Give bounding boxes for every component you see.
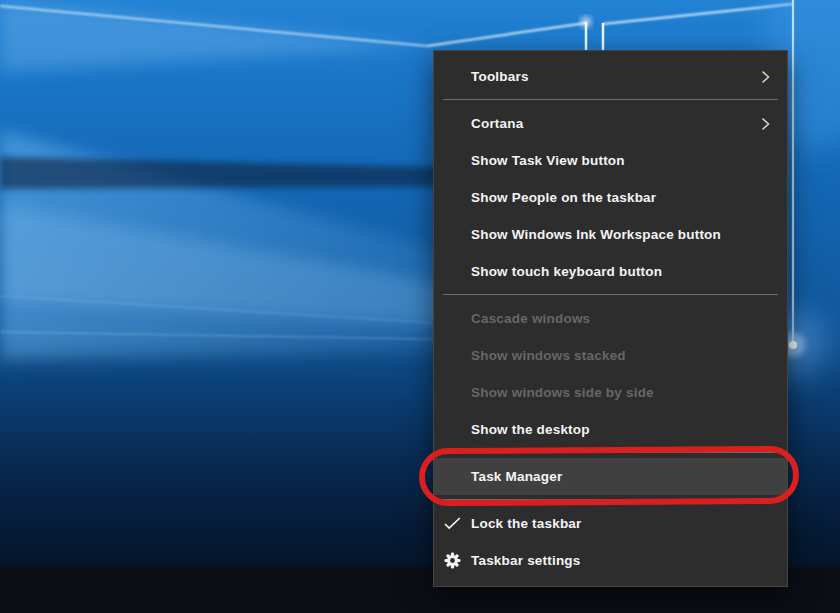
menu-item-show-people-on-the-taskbar[interactable]: Show People on the taskbar [434,179,787,216]
menu-item-show-task-view-button[interactable]: Show Task View button [434,142,787,179]
menu-item-label: Show the desktop [471,422,787,437]
menu-separator [443,499,778,500]
menu-item-lock-the-taskbar[interactable]: Lock the taskbar [434,505,787,542]
menu-item-show-windows-ink-workspace-button[interactable]: Show Windows Ink Workspace button [434,216,787,253]
submenu-chevron-icon [761,117,770,131]
menu-item-label: Show windows stacked [471,348,787,363]
menu-item-task-manager[interactable]: Task Manager [434,458,787,495]
menu-item-label: Cortana [471,116,761,131]
menu-separator [443,452,778,453]
menu-item-label: Show Task View button [471,153,787,168]
menu-item-label: Show People on the taskbar [471,190,787,205]
menu-item-label: Toolbars [471,69,761,84]
menu-item-toolbars[interactable]: Toolbars [434,58,787,95]
menu-separator [443,294,778,295]
menu-item-show-the-desktop[interactable]: Show the desktop [434,411,787,448]
menu-item-label: Taskbar settings [471,553,787,568]
menu-item-label: Show windows side by side [471,385,787,400]
menu-item-show-windows-stacked: Show windows stacked [434,337,787,374]
menu-item-cascade-windows: Cascade windows [434,300,787,337]
menu-item-label: Lock the taskbar [471,516,787,531]
menu-item-cortana[interactable]: Cortana [434,105,787,142]
menu-item-label: Show touch keyboard button [471,264,787,279]
menu-item-show-touch-keyboard-button[interactable]: Show touch keyboard button [434,253,787,290]
menu-item-taskbar-settings[interactable]: Taskbar settings [434,542,787,579]
menu-item-show-windows-side-by-side: Show windows side by side [434,374,787,411]
checkmark-icon [434,517,471,530]
menu-separator [443,99,778,100]
menu-item-label: Show Windows Ink Workspace button [471,227,787,242]
taskbar-context-menu: ToolbarsCortanaShow Task View buttonShow… [433,50,788,587]
menu-item-label: Cascade windows [471,311,787,326]
screen: ENG ToolbarsCortanaShow Task View button… [0,0,840,613]
menu-item-label: Task Manager [471,469,787,484]
gear-icon [434,552,471,569]
submenu-chevron-icon [761,70,770,84]
